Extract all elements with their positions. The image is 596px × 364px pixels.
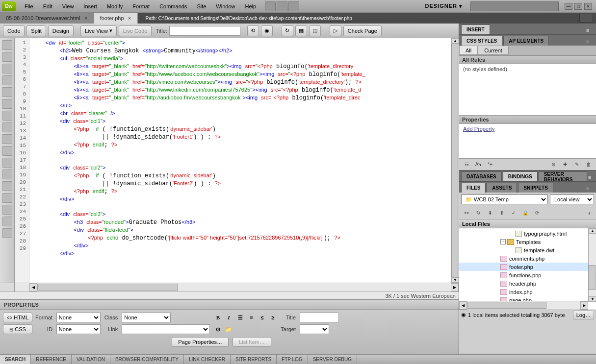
tree-row-template.dwt[interactable]: template.dwt <box>459 246 596 254</box>
bold-icon[interactable]: B <box>214 314 222 321</box>
delete-rule-icon[interactable]: 🗑 <box>584 160 593 169</box>
open-docs-icon[interactable] <box>2 40 12 50</box>
set-view-icon[interactable]: *+ <box>486 160 494 169</box>
menu-file[interactable]: File <box>20 1 38 11</box>
bottom-tab-validation[interactable]: VALIDATION <box>72 355 110 364</box>
menu-commands[interactable]: Commands <box>155 1 192 11</box>
ap-elements-tab[interactable]: AP ELEMENTS <box>503 36 549 46</box>
check-page-button[interactable]: Check Page <box>343 25 382 36</box>
databases-tab[interactable]: DATABASES <box>461 171 502 181</box>
syntax-icon[interactable] <box>2 122 12 132</box>
refresh-icon[interactable]: ↻ <box>282 25 293 36</box>
title-prop-input[interactable] <box>300 313 339 322</box>
scroll-left-icon[interactable]: ◀ <box>29 283 37 291</box>
recent-icon[interactable] <box>2 217 12 226</box>
menu-insert[interactable]: Insert <box>78 1 102 11</box>
local-files-header[interactable]: Local Files <box>459 219 596 228</box>
attach-css-icon[interactable]: ⊘ <box>549 160 558 169</box>
edit-rule-icon[interactable]: ✎ <box>572 160 581 169</box>
format-select[interactable]: None <box>56 313 101 322</box>
tree-scroll-down-icon[interactable]: ▼ <box>589 296 596 302</box>
maximize-button[interactable]: □ <box>574 3 582 10</box>
bottom-tab-browser-compatibility[interactable]: BROWSER COMPATIBILITY <box>110 355 184 364</box>
help-search-input[interactable] <box>470 1 559 11</box>
sync-icon[interactable]: ⟳ <box>533 208 542 217</box>
point-to-file-icon[interactable]: ⊙ <box>214 325 222 333</box>
workspace-switcher[interactable]: DESIGNER ▾ <box>421 1 466 11</box>
tree-expand-icon[interactable]: - <box>500 239 506 244</box>
live-code-button[interactable]: Live Code <box>119 25 152 36</box>
get-icon[interactable]: ⬇ <box>486 208 494 217</box>
bottom-tab-server-debug[interactable]: SERVER DEBUG <box>308 355 357 364</box>
id-select[interactable]: None <box>56 324 101 334</box>
assets-tab[interactable]: ASSETS <box>487 183 517 193</box>
all-subtab[interactable]: All <box>459 46 478 55</box>
tree-scroll-left-icon[interactable]: ◀ <box>459 301 467 310</box>
class-select[interactable]: None <box>122 313 171 322</box>
tree-row-comments.php[interactable]: comments.php <box>459 254 596 263</box>
ol-icon[interactable]: ≡ <box>247 314 255 321</box>
refresh-files-icon[interactable]: ↻ <box>474 208 483 217</box>
css-mode-button[interactable]: ⊟ CSS <box>3 324 32 334</box>
tree-row-footer.php[interactable]: footer.php <box>459 263 596 271</box>
html-mode-button[interactable]: <> HTML <box>3 313 32 322</box>
checkout-icon[interactable]: ✓ <box>509 208 518 217</box>
expand-icon[interactable] <box>2 64 12 73</box>
site-select[interactable]: 📁 WCB 02 Temp <box>461 194 548 204</box>
balance-icon[interactable] <box>2 87 12 97</box>
extend-icon[interactable] <box>277 1 287 11</box>
line-numbers-icon[interactable] <box>2 99 12 109</box>
file-mgmt-icon[interactable]: ◉ <box>261 25 273 36</box>
menu-view[interactable]: View <box>57 1 79 11</box>
files-tab[interactable]: FILES <box>461 183 486 193</box>
doc-tab-0[interactable]: 05-08-2010-Dreamweaver.html × <box>0 13 94 24</box>
code-editor[interactable]: <div id="footer" class="center"> <h2>Web… <box>29 38 451 283</box>
word-wrap-icon[interactable] <box>2 134 12 144</box>
target-select[interactable] <box>300 324 329 334</box>
highlight-icon[interactable] <box>2 111 12 121</box>
category-view-icon[interactable]: ☷ <box>462 160 471 169</box>
log-button[interactable]: Log… <box>573 311 594 319</box>
tree-scroll-right-icon[interactable]: ▶ <box>580 301 588 310</box>
file-tree[interactable]: typogrpraphy.html-Templatestemplate.dwtc… <box>459 228 596 310</box>
view-options-icon[interactable]: ▦ <box>295 25 307 36</box>
bindings-tab[interactable]: BINDINGS <box>503 171 538 181</box>
tree-row-typogrpraphy.html[interactable]: typogrpraphy.html <box>459 229 596 238</box>
bottom-tab-search[interactable]: SEARCH <box>0 355 31 364</box>
ul-icon[interactable]: ☰ <box>236 314 244 321</box>
connect-icon[interactable]: ⚯ <box>462 208 471 217</box>
tab-close-icon[interactable]: × <box>127 16 132 21</box>
scroll-up-icon[interactable]: ▲ <box>451 38 459 44</box>
tab-close-icon[interactable]: × <box>83 16 89 21</box>
menu-modify[interactable]: Modify <box>102 1 128 11</box>
link-select[interactable] <box>122 324 210 334</box>
menu-window[interactable]: Window <box>211 1 240 11</box>
outdent-icon[interactable] <box>2 170 12 179</box>
browse-icon[interactable]: 📁 <box>225 325 233 333</box>
collapse-icon[interactable] <box>2 52 12 62</box>
bottom-tab-reference[interactable]: REFERENCE <box>31 355 72 364</box>
indent-icon[interactable] <box>2 158 12 168</box>
vscrollbar[interactable]: ▲ ▼ <box>451 38 459 283</box>
checkin-icon[interactable]: 🔒 <box>521 208 530 217</box>
tree-row-index.php[interactable]: index.php <box>459 288 596 296</box>
menu-help[interactable]: Help <box>240 1 261 11</box>
tree-row-functions.php[interactable]: functions.php <box>459 271 596 279</box>
scroll-right-icon[interactable]: ▶ <box>451 283 459 291</box>
bottom-tab-link-checker[interactable]: LINK CHECKER <box>184 355 231 364</box>
snippets-tab[interactable]: SNIPPETS <box>518 183 553 193</box>
tree-row-header.php[interactable]: header.php <box>459 279 596 288</box>
server-behaviors-tab[interactable]: SERVER BEHAVIORS <box>539 171 587 181</box>
view-select[interactable]: Local view <box>550 194 594 204</box>
layout-icon[interactable] <box>265 1 276 11</box>
move-icon[interactable] <box>2 228 12 238</box>
dock-control-icon[interactable] <box>579 14 593 23</box>
scroll-down-icon[interactable]: ▼ <box>451 277 459 283</box>
snippet-icon[interactable] <box>2 205 12 215</box>
nav-icon[interactable]: ⟲ <box>247 25 259 36</box>
menu-edit[interactable]: Edit <box>38 1 57 11</box>
design-view-button[interactable]: Design <box>48 25 74 36</box>
properties-header[interactable]: PROPERTIES <box>0 300 459 310</box>
live-view-button[interactable]: Live View ▾ <box>80 25 117 36</box>
panel-menu-icon[interactable]: ≡ <box>586 39 594 46</box>
